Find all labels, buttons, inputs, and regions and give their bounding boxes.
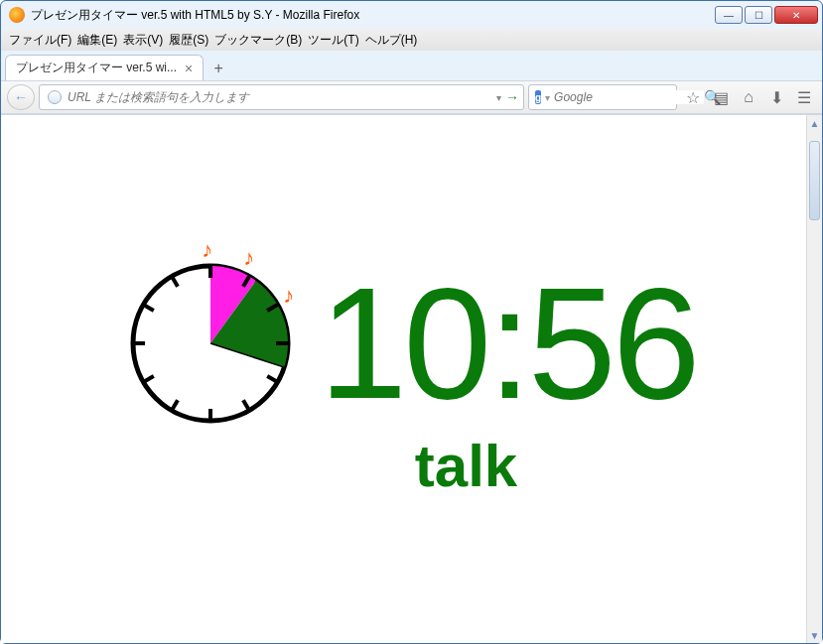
tab-title: プレゼン用タイマー ver.5 wi... [16, 60, 177, 76]
window-controls: — ☐ ✕ [715, 6, 818, 24]
close-button[interactable]: ✕ [774, 6, 818, 24]
bell-marker-0-icon: ♪ [202, 237, 212, 263]
navbar: ← ▾ → g ▾ 🔍 ☆ ▤ ⌂ ⬇ ☰ [1, 80, 822, 114]
home-icon[interactable]: ⌂ [737, 85, 760, 109]
scroll-thumb[interactable] [809, 141, 820, 220]
page-content: ♪ ♪ ♪ [1, 114, 822, 643]
menu-file[interactable]: ファイル(F) [9, 32, 71, 49]
menu-view[interactable]: 表示(V) [123, 32, 163, 49]
maximize-button[interactable]: ☐ [745, 6, 772, 24]
reader-icon[interactable]: ▤ [709, 85, 733, 109]
bookmark-star-icon[interactable]: ☆ [681, 85, 705, 109]
timer-digits: 10:56 [319, 264, 696, 423]
window-title: プレゼン用タイマー ver.5 with HTML5 by S.Y - Mozi… [31, 7, 715, 24]
menubar: ファイル(F) 編集(E) 表示(V) 履歴(S) ブックマーク(B) ツール(… [1, 29, 822, 51]
menu-help[interactable]: ヘルプ(H) [365, 32, 418, 49]
tabstrip: プレゼン用タイマー ver.5 wi... × + [1, 51, 822, 80]
clock-face: ♪ ♪ ♪ [126, 259, 295, 428]
globe-icon [48, 90, 62, 104]
menu-tools[interactable]: ツール(T) [308, 32, 358, 49]
firefox-icon [9, 7, 25, 23]
bell-marker-1-icon: ♪ [243, 245, 254, 271]
vertical-scrollbar[interactable]: ▲ ▼ [806, 115, 822, 643]
clock-svg [126, 259, 295, 428]
browser-window: プレゼン用タイマー ver.5 with HTML5 by S.Y - Mozi… [0, 0, 823, 644]
downloads-icon[interactable]: ⬇ [764, 85, 788, 109]
menu-bookmarks[interactable]: ブックマーク(B) [214, 32, 302, 49]
menu-edit[interactable]: 編集(E) [77, 32, 117, 49]
hamburger-menu-icon[interactable]: ☰ [792, 85, 816, 109]
url-input[interactable] [68, 90, 492, 104]
google-engine-icon[interactable]: g [535, 90, 541, 104]
urlbar-dropdown-icon[interactable]: ▾ [496, 92, 501, 103]
tab-active[interactable]: プレゼン用タイマー ver.5 wi... × [5, 55, 204, 80]
search-dropdown-icon[interactable]: ▾ [545, 92, 550, 103]
timer-row: ♪ ♪ ♪ [126, 259, 696, 428]
search-bar[interactable]: g ▾ 🔍 [528, 84, 677, 110]
timer-label: talk [415, 432, 517, 500]
minimize-button[interactable]: — [715, 6, 743, 24]
timer-widget: ♪ ♪ ♪ [1, 115, 822, 643]
tab-close-icon[interactable]: × [185, 61, 193, 76]
bell-marker-2-icon: ♪ [283, 283, 294, 309]
new-tab-button[interactable]: + [206, 57, 231, 80]
urlbar-go-icon[interactable]: → [505, 89, 519, 105]
menu-history[interactable]: 履歴(S) [169, 32, 208, 49]
titlebar: プレゼン用タイマー ver.5 with HTML5 by S.Y - Mozi… [1, 1, 822, 29]
url-bar[interactable]: ▾ → [39, 84, 524, 110]
scroll-track[interactable] [807, 131, 822, 627]
scroll-up-icon[interactable]: ▲ [807, 115, 822, 131]
back-button[interactable]: ← [7, 84, 35, 110]
scroll-down-icon[interactable]: ▼ [807, 627, 822, 643]
